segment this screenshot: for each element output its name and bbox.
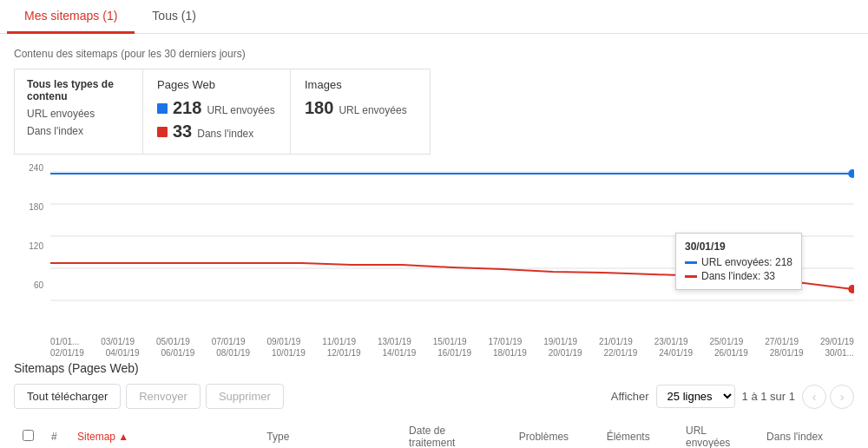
tooltip-line-red bbox=[685, 275, 697, 278]
prev-page-button[interactable]: ‹ bbox=[802, 385, 826, 409]
stats-right: Images 180 URL envoyées bbox=[291, 69, 430, 154]
th-elements: Éléments bbox=[598, 418, 677, 448]
data-table: # Sitemap ▲ Type Date detraitement Probl… bbox=[14, 418, 854, 448]
tooltip-row-url: URL envoyées: 218 bbox=[685, 256, 792, 268]
stats-middle: Pages Web 218 URL envoyées 33 Dans l'ind… bbox=[143, 69, 291, 154]
lines-select[interactable]: 25 lignes 10 lignes 50 lignes bbox=[656, 385, 735, 408]
stat-row-blue: 218 URL envoyées bbox=[157, 98, 276, 118]
delete-button[interactable]: Supprimer bbox=[206, 384, 284, 409]
stats-panel: Tous les types de contenu URL envoyées D… bbox=[14, 69, 431, 155]
red-dot bbox=[157, 127, 168, 137]
th-url-sent: URLenvoyées bbox=[677, 418, 758, 448]
x-axis: 01/01... 03/01/19 05/01/19 07/01/19 09/0… bbox=[14, 337, 854, 358]
chart-tooltip: 30/01/19 URL envoyées: 218 Dans l'index:… bbox=[675, 233, 802, 290]
pagination-label: 1 à 1 sur 1 bbox=[742, 390, 795, 403]
th-checkbox bbox=[14, 418, 43, 448]
tab-tous[interactable]: Tous (1) bbox=[135, 0, 214, 34]
tooltip-url-label: URL envoyées: bbox=[701, 256, 773, 268]
th-type: Type bbox=[258, 418, 400, 448]
th-sitemap[interactable]: Sitemap ▲ bbox=[69, 418, 258, 448]
next-page-button[interactable]: › bbox=[830, 385, 854, 409]
th-in-index: Dans l'index bbox=[758, 418, 854, 448]
sitemaps-title: Sitemaps (Pages Web) bbox=[14, 361, 854, 375]
stats-left: Tous les types de contenu URL envoyées D… bbox=[15, 69, 143, 154]
tab-mes-sitemaps[interactable]: Mes sitemaps (1) bbox=[7, 0, 135, 34]
resend-button[interactable]: Renvoyer bbox=[126, 384, 201, 409]
tabs-bar: Mes sitemaps (1) Tous (1) bbox=[0, 0, 868, 34]
stat-filter-all[interactable]: Tous les types de contenu bbox=[27, 78, 130, 102]
toolbar-right: Afficher 25 lignes 10 lignes 50 lignes 1… bbox=[611, 385, 854, 409]
stat-label-index: Dans l'index bbox=[197, 128, 253, 140]
page-nav: ‹ › bbox=[802, 385, 854, 409]
toolbar: Tout télécharger Renvoyer Supprimer Affi… bbox=[14, 384, 854, 409]
svg-point-5 bbox=[848, 169, 854, 178]
stat-number-url: 218 bbox=[173, 98, 201, 118]
sitemaps-section: Sitemaps (Pages Web) Tout télécharger Re… bbox=[0, 361, 868, 448]
stat-label-images: URL envoyées bbox=[339, 104, 406, 116]
th-date: Date detraitement bbox=[400, 418, 510, 448]
stat-label-url: URL envoyées bbox=[207, 104, 274, 116]
table-header-row: # Sitemap ▲ Type Date detraitement Probl… bbox=[14, 418, 854, 448]
stats-right-title: Images bbox=[305, 78, 416, 91]
stat-number-index: 33 bbox=[173, 122, 192, 142]
tooltip-index-value: 33 bbox=[764, 270, 775, 282]
tooltip-row-index: Dans l'index: 33 bbox=[685, 270, 792, 282]
content-section: Contenu des sitemaps (pour les 30 dernie… bbox=[0, 34, 868, 358]
tooltip-index-label: Dans l'index: bbox=[701, 270, 760, 282]
section-title: Contenu des sitemaps (pour les 30 dernie… bbox=[14, 46, 854, 60]
tooltip-date: 30/01/19 bbox=[685, 240, 792, 253]
stat-row-images: 180 URL envoyées bbox=[305, 98, 416, 118]
tooltip-url-value: 218 bbox=[775, 256, 792, 268]
y-labels: 240 180 120 60 bbox=[14, 163, 47, 320]
svg-point-6 bbox=[848, 285, 854, 293]
chart-area: 240 180 120 60 30/01/19 bbox=[14, 163, 854, 337]
th-num: # bbox=[43, 418, 69, 448]
stat-filter-url[interactable]: URL envoyées bbox=[27, 108, 130, 120]
download-button[interactable]: Tout télécharger bbox=[14, 384, 121, 409]
select-all-checkbox[interactable] bbox=[23, 430, 34, 441]
blue-dot bbox=[157, 103, 168, 114]
stat-row-red: 33 Dans l'index bbox=[157, 122, 276, 142]
tooltip-line-blue bbox=[685, 261, 697, 264]
show-label: Afficher bbox=[611, 390, 649, 403]
stats-middle-title: Pages Web bbox=[157, 78, 276, 91]
th-problems: Problèmes bbox=[510, 418, 598, 448]
stat-number-images: 180 bbox=[305, 98, 333, 118]
stat-filter-index[interactable]: Dans l'index bbox=[27, 125, 130, 137]
